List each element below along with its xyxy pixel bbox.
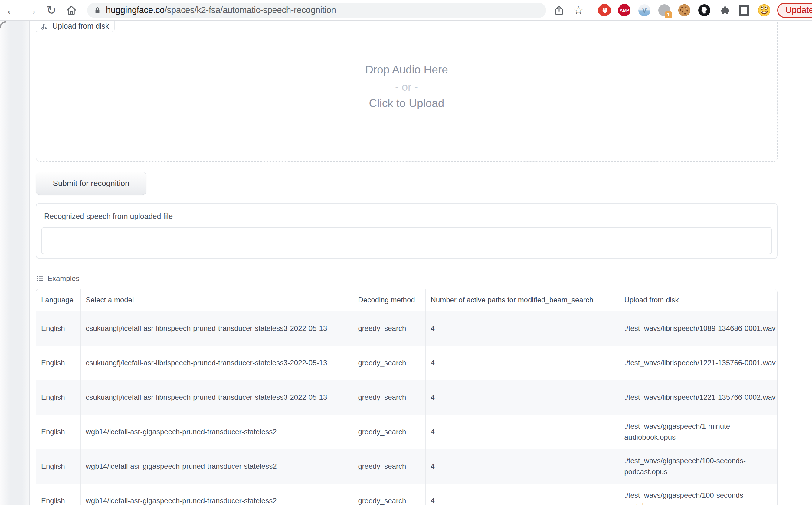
audio-dropzone[interactable]: Drop Audio Here - or - Click to Upload — [36, 21, 778, 162]
col-header-num-active-paths: Number of active paths for modified_beam… — [425, 289, 619, 311]
examples-table: Language Select a model Decoding method … — [36, 289, 778, 505]
extension-vimium[interactable]: V — [638, 4, 651, 17]
cell-model: wgb14/icefall-asr-gigaspeech-pruned-tran… — [81, 484, 353, 505]
puzzle-piece-icon — [718, 4, 730, 16]
back-arrow-icon: ← — [5, 3, 18, 17]
cell-num-active-paths: 4 — [425, 449, 619, 484]
window-corner — [0, 21, 6, 28]
extension-github[interactable] — [698, 4, 711, 17]
cell-language: English — [36, 311, 81, 346]
example-row[interactable]: English csukuangfj/icefall-asr-librispee… — [36, 311, 778, 346]
url-text: huggingface.co/spaces/k2-fsa/automatic-s… — [106, 5, 336, 15]
cell-language: English — [36, 484, 81, 505]
extension-smiley[interactable] — [758, 4, 771, 17]
notification-badge: 1 — [665, 11, 672, 18]
output-label: Recognized speech from uploaded file — [44, 212, 173, 221]
cell-decoding-method: greedy_search — [353, 484, 425, 505]
abp-icon: ABP — [619, 4, 631, 16]
gradio-app: Drop Audio Here - or - Click to Upload U… — [30, 21, 784, 505]
cell-num-active-paths: 4 — [425, 484, 619, 505]
address-bar[interactable]: huggingface.co/spaces/k2-fsa/automatic-s… — [87, 3, 546, 18]
submit-button-label: Submit for recognition — [53, 179, 129, 188]
cell-num-active-paths: 4 — [425, 346, 619, 380]
right-gutter — [784, 21, 812, 505]
cell-decoding-method: greedy_search — [353, 380, 425, 414]
cell-num-active-paths: 4 — [425, 380, 619, 414]
extensions-row: ABP V 1 — [598, 4, 771, 17]
examples-table-container: Language Select a model Decoding method … — [36, 289, 778, 505]
lock-icon — [93, 6, 102, 14]
example-row[interactable]: English csukuangfj/icefall-asr-librispee… — [36, 380, 778, 414]
cookie-icon — [678, 4, 691, 17]
share-button[interactable] — [551, 3, 567, 18]
url-path: /spaces/k2-fsa/automatic-speech-recognit… — [165, 5, 336, 15]
cell-upload-from-disk: ./test_wavs/librispeech/1221-135766-0001… — [619, 346, 778, 380]
cell-upload-from-disk: ./test_wavs/gigaspeech/100-seconds-podca… — [619, 449, 778, 484]
cell-upload-from-disk: ./test_wavs/librispeech/1221-135766-0002… — [619, 380, 778, 414]
page: Drop Audio Here - or - Click to Upload U… — [0, 21, 812, 505]
smiley-icon — [758, 4, 771, 17]
recognized-speech-textbox[interactable] — [41, 227, 772, 254]
dropzone-title: Drop Audio Here — [36, 64, 777, 76]
cell-decoding-method: greedy_search — [353, 449, 425, 484]
cell-model: wgb14/icefall-asr-gigaspeech-pruned-tran… — [81, 414, 353, 449]
extension-notifier[interactable]: 1 — [658, 4, 671, 17]
col-header-decoding-method: Decoding method — [353, 289, 425, 311]
star-icon: ☆ — [573, 4, 583, 17]
example-row[interactable]: English wgb14/icefall-asr-gigaspeech-pru… — [36, 414, 778, 449]
chrome-update-button[interactable]: Update — [777, 3, 812, 18]
forward-button[interactable]: → — [24, 2, 39, 18]
frame-icon — [739, 5, 750, 16]
tab-upload-from-disk[interactable]: Upload from disk — [36, 21, 115, 32]
cell-language: English — [36, 414, 81, 449]
reload-icon: ↻ — [46, 4, 56, 17]
examples-header: Examples — [36, 274, 79, 283]
example-row[interactable]: English csukuangfj/icefall-asr-librispee… — [36, 346, 778, 380]
example-row[interactable]: English wgb14/icefall-asr-gigaspeech-pru… — [36, 484, 778, 505]
col-header-model: Select a model — [81, 289, 353, 311]
dropzone-subtitle: Click to Upload — [36, 98, 777, 110]
col-header-upload-from-disk: Upload from disk — [619, 289, 778, 311]
cell-language: English — [36, 449, 81, 484]
cell-model: csukuangfj/icefall-asr-librispeech-prune… — [81, 311, 353, 346]
extension-adblock-plus[interactable]: ABP — [618, 4, 631, 17]
left-gutter — [0, 21, 30, 505]
submit-for-recognition-button[interactable]: Submit for recognition — [36, 172, 146, 195]
reload-button[interactable]: ↻ — [43, 2, 59, 18]
example-row[interactable]: English wgb14/icefall-asr-gigaspeech-pru… — [36, 449, 778, 484]
vimium-icon: V — [638, 4, 651, 16]
update-label: Update — [785, 5, 812, 15]
examples-label: Examples — [47, 274, 79, 283]
cell-decoding-method: greedy_search — [353, 414, 425, 449]
github-octocat-icon — [698, 4, 711, 17]
share-icon — [553, 5, 565, 16]
back-button[interactable]: ← — [4, 2, 19, 18]
forward-arrow-icon: → — [25, 3, 37, 17]
cell-decoding-method: greedy_search — [353, 346, 425, 380]
music-note-icon — [40, 22, 49, 30]
cell-upload-from-disk: ./test_wavs/librispeech/1089-134686-0001… — [619, 311, 778, 346]
cell-language: English — [36, 380, 81, 414]
extension-cookie[interactable] — [678, 4, 691, 17]
extension-frame[interactable] — [738, 4, 751, 17]
examples-table-body: English csukuangfj/icefall-asr-librispee… — [36, 311, 778, 505]
list-icon — [36, 275, 44, 283]
stop-hand-icon — [598, 4, 611, 16]
cell-model: csukuangfj/icefall-asr-librispeech-prune… — [81, 380, 353, 414]
cell-upload-from-disk: ./test_wavs/gigaspeech/1-minute-audioboo… — [619, 414, 778, 449]
output-panel: Recognized speech from uploaded file — [36, 203, 778, 259]
cell-upload-from-disk: ./test_wavs/gigaspeech/100-seconds-youtu… — [619, 484, 778, 505]
bookmark-button[interactable]: ☆ — [571, 3, 586, 18]
table-header-row: Language Select a model Decoding method … — [36, 289, 778, 311]
col-header-language: Language — [36, 289, 81, 311]
home-button[interactable] — [63, 2, 79, 18]
dropzone-separator: - or - — [36, 81, 777, 93]
cell-language: English — [36, 346, 81, 380]
extensions-puzzle-button[interactable] — [718, 4, 730, 17]
browser-toolbar: ← → ↻ huggingface.co/spaces/k2-fsa/autom… — [0, 0, 812, 21]
cell-model: wgb14/icefall-asr-gigaspeech-pruned-tran… — [81, 449, 353, 484]
cell-model: csukuangfj/icefall-asr-librispeech-prune… — [81, 346, 353, 380]
extension-ublock[interactable] — [598, 4, 611, 17]
cell-num-active-paths: 4 — [425, 414, 619, 449]
url-domain: huggingface.co — [106, 5, 165, 15]
